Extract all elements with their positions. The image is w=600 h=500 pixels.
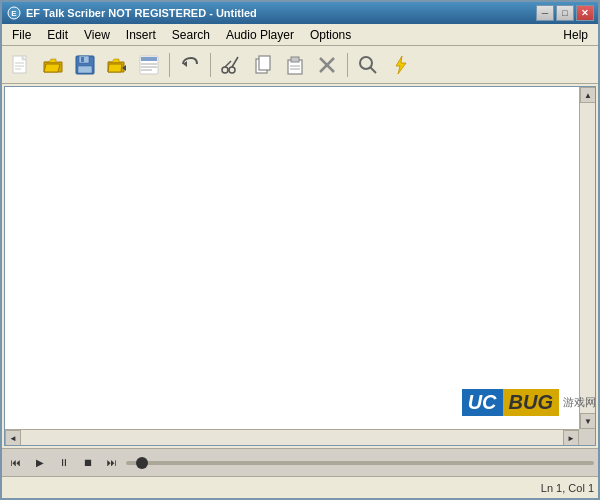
svg-text:E: E: [11, 9, 17, 18]
svg-rect-12: [141, 57, 157, 61]
cursor-position: Ln 1, Col 1: [541, 482, 594, 494]
audio-player-bar: ⏮ ▶ ⏸ ⏹ ⏭: [2, 448, 598, 476]
separator-1: [169, 53, 170, 77]
watermark-suffix: 游戏网: [563, 395, 596, 410]
scroll-right-button[interactable]: ►: [563, 430, 579, 446]
svg-rect-9: [81, 57, 84, 62]
menu-audio-player[interactable]: Audio Player: [218, 25, 302, 45]
open2-button[interactable]: [102, 50, 132, 80]
audio-end-button[interactable]: ⏭: [102, 453, 122, 473]
audio-start-button[interactable]: ⏮: [6, 453, 26, 473]
content-wrapper: ▲ ▼ ◄ ► UC BUG 游戏网: [4, 86, 596, 446]
scrollbar-vertical[interactable]: ▲ ▼: [579, 87, 595, 429]
scroll-left-button[interactable]: ◄: [5, 430, 21, 446]
svg-rect-10: [78, 66, 92, 73]
maximize-button[interactable]: □: [556, 5, 574, 21]
main-window: E EF Talk Scriber NOT REGISTERED - Untit…: [0, 0, 600, 500]
undo-button[interactable]: [175, 50, 205, 80]
audio-stop-button[interactable]: ⏹: [78, 453, 98, 473]
svg-rect-24: [291, 57, 299, 62]
toolbar: [2, 46, 598, 84]
watermark-uc: UC: [462, 389, 503, 416]
status-bar: Ln 1, Col 1: [2, 476, 598, 498]
scrollbar-corner: [579, 429, 595, 445]
paste-button[interactable]: [280, 50, 310, 80]
menu-edit[interactable]: Edit: [39, 25, 76, 45]
svg-point-17: [222, 67, 228, 73]
save-button[interactable]: [70, 50, 100, 80]
close-button[interactable]: ✕: [576, 5, 594, 21]
copy-button[interactable]: [248, 50, 278, 80]
scroll-up-button[interactable]: ▲: [580, 87, 596, 103]
window-title: EF Talk Scriber NOT REGISTERED - Untitle…: [26, 7, 536, 19]
watermark-bug: BUG: [503, 389, 559, 416]
menu-search[interactable]: Search: [164, 25, 218, 45]
window-controls: ─ □ ✕: [536, 5, 594, 21]
menu-options[interactable]: Options: [302, 25, 359, 45]
audio-slider-thumb[interactable]: [136, 457, 148, 469]
menu-insert[interactable]: Insert: [118, 25, 164, 45]
scroll-horizontal-track[interactable]: [21, 430, 563, 445]
audio-pause-button[interactable]: ⏸: [54, 453, 74, 473]
template-button[interactable]: [134, 50, 164, 80]
separator-3: [347, 53, 348, 77]
delete-button[interactable]: [312, 50, 342, 80]
open-button[interactable]: [38, 50, 68, 80]
scroll-vertical-track[interactable]: [580, 103, 595, 413]
svg-line-30: [370, 67, 376, 73]
menu-file[interactable]: File: [4, 25, 39, 45]
cut-button[interactable]: [216, 50, 246, 80]
scrollbar-horizontal[interactable]: ◄ ►: [5, 429, 579, 445]
audio-play-button[interactable]: ▶: [30, 453, 50, 473]
watermark: UC BUG 游戏网: [462, 389, 596, 416]
separator-2: [210, 53, 211, 77]
svg-marker-31: [396, 56, 406, 74]
find-button[interactable]: [353, 50, 383, 80]
svg-rect-22: [259, 56, 270, 70]
svg-line-20: [232, 57, 238, 67]
menu-bar: File Edit View Insert Search Audio Playe…: [2, 24, 598, 46]
title-bar: E EF Talk Scriber NOT REGISTERED - Untit…: [2, 2, 598, 24]
minimize-button[interactable]: ─: [536, 5, 554, 21]
app-icon: E: [6, 5, 22, 21]
new-button[interactable]: [6, 50, 36, 80]
audio-progress-slider[interactable]: [126, 461, 594, 465]
svg-point-18: [229, 67, 235, 73]
menu-help[interactable]: Help: [555, 25, 596, 45]
menu-view[interactable]: View: [76, 25, 118, 45]
lightning-button[interactable]: [385, 50, 415, 80]
svg-line-19: [225, 61, 231, 67]
